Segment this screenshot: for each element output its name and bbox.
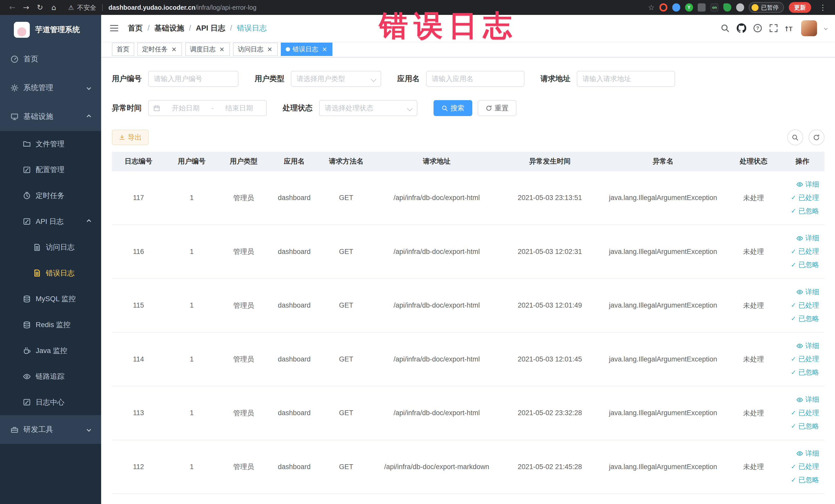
tab-scheduled-tasks[interactable]: 定时任务×: [137, 43, 182, 56]
check-icon: ✓: [791, 369, 796, 376]
search-button[interactable]: 搜索: [433, 100, 472, 116]
sidebar-item-file-management[interactable]: 文件管理: [0, 131, 101, 157]
processed-action-link[interactable]: ✓已处理: [782, 460, 819, 473]
on-badge-icon[interactable]: on: [711, 3, 718, 11]
breadcrumb-infrastructure[interactable]: 基础设施: [154, 23, 184, 33]
reload-icon[interactable]: ↻: [33, 3, 47, 12]
detail-action-link[interactable]: 详细: [782, 393, 819, 406]
search-icon[interactable]: [720, 24, 730, 33]
chevron-down-icon[interactable]: [824, 26, 828, 30]
detail-action-link[interactable]: 详细: [782, 447, 819, 460]
error-log-table: 日志编号用户编号用户类型应用名请求方法名请求地址异常发生时间异常名处理状态操作 …: [112, 152, 824, 494]
sidebar-item-redis-monitor[interactable]: Redis 监控: [0, 312, 101, 338]
security-label[interactable]: 不安全: [77, 3, 96, 12]
drop-icon[interactable]: [672, 3, 680, 11]
breadcrumb-api-log[interactable]: API 日志: [196, 23, 225, 33]
ignored-action-link[interactable]: ✓已忽略: [782, 205, 819, 218]
filter-form-row-1: 用户编号 用户类型 应用名 请求地址: [112, 71, 824, 87]
update-button[interactable]: 更新: [789, 2, 811, 13]
yudao-extension-icon[interactable]: Y: [685, 3, 693, 11]
sidebar-item-error-log[interactable]: 错误日志: [0, 260, 101, 286]
monitor-icon: [11, 113, 19, 121]
exception-time-range-picker[interactable]: 开始日期 - 结束日期: [148, 100, 267, 116]
sidebar-item-api-log[interactable]: API 日志: [0, 208, 101, 235]
processed-action-link[interactable]: ✓已处理: [782, 352, 819, 366]
sidebar-item-scheduled-tasks[interactable]: 定时任务: [0, 183, 101, 209]
font-size-icon[interactable]: T: [785, 24, 794, 33]
tab-access-log[interactable]: 访问日志×: [233, 43, 278, 56]
cell-url: /api/infra/db-doc/export-html: [373, 279, 501, 332]
sidebar-item-config-management[interactable]: 配置管理: [0, 157, 101, 183]
processed-action-link[interactable]: ✓已处理: [782, 406, 819, 420]
user-id-input[interactable]: [154, 75, 232, 83]
fullscreen-icon[interactable]: [769, 24, 778, 33]
detail-action-link[interactable]: 详细: [782, 178, 819, 191]
menu-dots-icon[interactable]: ⋮: [816, 3, 830, 12]
app-name-input[interactable]: [432, 75, 518, 83]
home-icon[interactable]: ⌂: [47, 3, 61, 12]
detail-action-link[interactable]: 详细: [782, 285, 819, 299]
export-button[interactable]: 导出: [112, 130, 149, 145]
sidebar-item-home[interactable]: 首页: [0, 45, 101, 74]
cell-exception: java.lang.IllegalArgumentException: [599, 332, 727, 386]
forward-icon[interactable]: →: [19, 3, 33, 12]
ignored-action-link[interactable]: ✓已忽略: [782, 366, 819, 379]
ignored-action-link[interactable]: ✓已忽略: [782, 420, 819, 433]
logo[interactable]: 芋道管理系统: [0, 15, 101, 45]
processed-action-link[interactable]: ✓已处理: [782, 245, 819, 258]
doc-icon: [33, 269, 41, 277]
close-icon[interactable]: ×: [267, 46, 273, 53]
request-url-input[interactable]: [583, 75, 669, 83]
back-icon[interactable]: ←: [5, 3, 19, 12]
sidebar-item-trace[interactable]: 链路追踪: [0, 364, 101, 389]
sidebar-item-log-center[interactable]: 日志中心: [0, 389, 101, 416]
sidebar-item-dev-tools[interactable]: 研发工具: [0, 415, 101, 444]
puzzle-icon[interactable]: [698, 3, 706, 11]
table-row: 1141管理员dashboardGET/api/infra/db-doc/exp…: [112, 332, 824, 386]
navbar-actions: ?T: [720, 20, 827, 36]
processed-action-link[interactable]: ✓已处理: [782, 299, 819, 312]
refresh-table-button[interactable]: [809, 129, 824, 145]
sidebar-item-infrastructure[interactable]: 基础设施: [0, 102, 101, 131]
close-icon[interactable]: ×: [321, 46, 328, 53]
table-tools: [787, 129, 824, 145]
close-icon[interactable]: ×: [171, 46, 177, 53]
eye-icon: [796, 181, 803, 188]
cell-status: 未处理: [727, 332, 780, 386]
ignored-action-link[interactable]: ✓已忽略: [782, 258, 819, 271]
tab-home[interactable]: 首页: [112, 43, 134, 56]
detail-action-link[interactable]: 详细: [782, 339, 819, 353]
avatar[interactable]: [801, 20, 817, 36]
question-icon[interactable]: ?: [753, 24, 762, 33]
breadcrumb-home[interactable]: 首页: [128, 23, 143, 33]
record-icon[interactable]: [659, 3, 667, 11]
cell-method: GET: [320, 386, 373, 440]
tab-schedule-log[interactable]: 调度日志×: [185, 43, 230, 56]
sidebar-item-java-monitor[interactable]: Java 监控: [0, 338, 101, 364]
paw-icon[interactable]: [736, 3, 744, 11]
sidebar-item-system-management[interactable]: 系统管理: [0, 74, 101, 102]
address-bar[interactable]: ⚠ 不安全 dashboard.yudao.iocoder.cn/infra/l…: [68, 3, 257, 12]
processed-action-link[interactable]: ✓已处理: [782, 191, 819, 205]
leaf-icon[interactable]: [724, 3, 731, 11]
star-icon[interactable]: ☆: [648, 3, 655, 11]
close-icon[interactable]: ×: [219, 46, 225, 53]
detail-action-link[interactable]: 详细: [782, 231, 819, 245]
github-icon[interactable]: [737, 23, 746, 33]
ignored-action-link[interactable]: ✓已忽略: [782, 473, 819, 487]
user-type-select[interactable]: [297, 75, 367, 83]
hamburger-icon[interactable]: [109, 24, 119, 33]
sidebar-item-access-log[interactable]: 访问日志: [0, 235, 101, 260]
profile-chip[interactable]: 已暂停: [749, 2, 784, 13]
sidebar-item-mysql-monitor[interactable]: MySQL 监控: [0, 286, 101, 312]
cell-method: GET: [320, 225, 373, 279]
cell-user-id: 1: [165, 332, 218, 386]
hide-search-button[interactable]: [787, 129, 803, 145]
process-status-select[interactable]: [325, 104, 403, 112]
cell-log-id: 117: [112, 171, 165, 225]
ignored-action-link[interactable]: ✓已忽略: [782, 312, 819, 326]
edit-icon: [23, 166, 31, 174]
reset-button[interactable]: 重置: [478, 100, 516, 116]
page-url[interactable]: dashboard.yudao.iocoder.cn/infra/log/api…: [108, 4, 257, 11]
tab-error-log[interactable]: 错误日志×: [281, 43, 332, 56]
